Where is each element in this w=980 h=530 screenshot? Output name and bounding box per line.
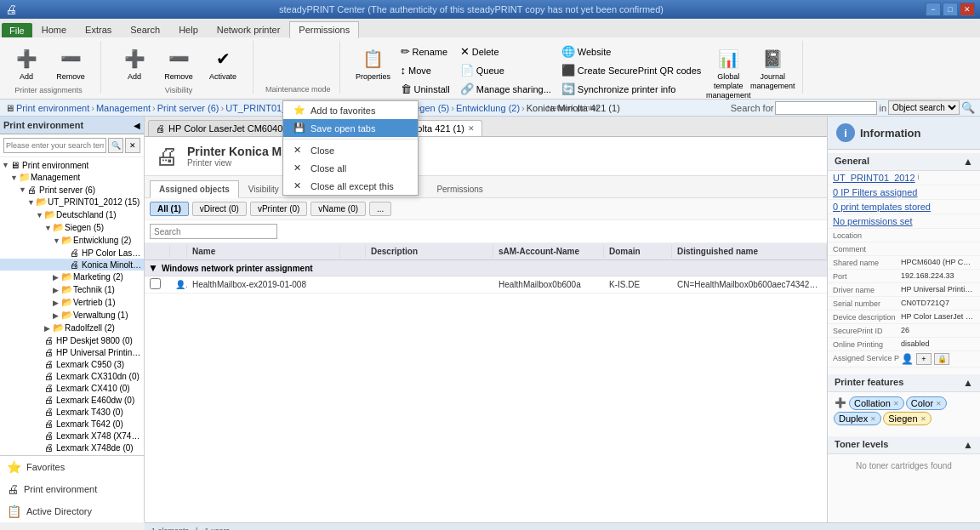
info-collapse-icon[interactable]: ▲ (963, 156, 973, 168)
info-ip-link[interactable]: 0 IP Filters assigned (833, 187, 917, 197)
global-template-button[interactable]: 📊 Global template management (707, 43, 749, 102)
sub-tab-permissions[interactable]: Permissions (427, 180, 492, 197)
sidebar-search-input[interactable] (3, 138, 106, 153)
extras-tab[interactable]: Extras (76, 21, 121, 37)
move-button[interactable]: ↕ Move (396, 61, 454, 79)
features-expand-icon[interactable]: ▲ (963, 377, 973, 389)
remove2-button[interactable]: ➖ Remove (157, 43, 200, 84)
help-tab[interactable]: Help (169, 21, 208, 37)
tag-collation-remove[interactable]: ✕ (893, 400, 899, 407)
tag-color-remove[interactable]: ✕ (936, 400, 942, 407)
permissions-tab[interactable]: Permissions (289, 21, 359, 38)
menu-close-all[interactable]: ✕ Close all (283, 159, 418, 177)
features-add-icon[interactable]: ➕ (835, 397, 846, 409)
filter-more[interactable]: ... (369, 202, 391, 216)
tag-duplex-remove[interactable]: ✕ (870, 415, 876, 423)
tree-item-lexmark-t430[interactable]: ▶ 🖨 Lexmark T430 (0) (0, 406, 144, 418)
menu-add-favorites[interactable]: ⭐ Add to favorites (283, 101, 418, 119)
activate-button[interactable]: ✔ Activate (202, 43, 244, 84)
tree-item-konica[interactable]: ▶ 🖨 Konica Minolta 4 (0, 259, 144, 271)
tree-item-print-environment[interactable]: ▼ 🖥 Print environment (0, 159, 144, 171)
sidebar-search-button[interactable]: 🔍 (108, 138, 123, 153)
filter-all[interactable]: All (1) (150, 202, 189, 216)
sub-tab-visibility[interactable]: Visibility (239, 180, 288, 197)
sidebar-clear-button[interactable]: ✕ (125, 138, 140, 153)
properties-button[interactable]: 📋 Properties (352, 43, 395, 84)
file-tab[interactable]: File (2, 23, 32, 37)
search-button[interactable]: 🔍 (961, 101, 975, 114)
service-lock-button[interactable]: 🔒 (934, 353, 949, 365)
search-tab[interactable]: Search (121, 21, 169, 37)
home-tab[interactable]: Home (32, 21, 76, 37)
manage-sharing-button[interactable]: 🔗 Manage sharing... (456, 80, 556, 98)
col-sam-header[interactable]: sAM-Account-Name (493, 245, 604, 258)
tree-item-hp-universal[interactable]: ▶ 🖨 HP Universal Printing PCL 6 (0, 346, 144, 358)
tree-item-print-server[interactable]: ▼ 🖨 Print server (6) (0, 184, 144, 196)
close-button[interactable]: ✕ (960, 3, 975, 16)
tree-item-technik[interactable]: ▶ 📂 Technik (1) (0, 283, 144, 296)
col-dn-header[interactable]: Distinguished name (672, 245, 827, 258)
sync-printer-button[interactable]: 🔄 Synchronize printer info (557, 80, 706, 98)
tree-item-ut-print01[interactable]: ▼ 📂 UT_PRINT01_2012 (15) (0, 196, 144, 208)
tree-item-marketing[interactable]: ▶ 📂 Marketing (2) (0, 271, 144, 283)
table-search-input[interactable] (150, 224, 277, 239)
breadcrumb-item-2[interactable]: Print server (6) (157, 103, 219, 113)
filter-vname[interactable]: vName (0) (311, 202, 366, 216)
table-row[interactable]: 👤 HealthMailbox-ex2019-01-008 HealthMail… (145, 276, 827, 293)
menu-close[interactable]: ✕ Close (283, 141, 418, 159)
delete-button[interactable]: ✕ Delete (456, 43, 556, 60)
sidebar-nav-print-environment[interactable]: 🖨 Print environment (0, 478, 144, 500)
tree-item-lexmark-x748de-0[interactable]: ▶ 🖨 Lexmark X748de (0) (0, 442, 144, 453)
rename-button[interactable]: ✏ Rename (396, 43, 454, 60)
tree-item-hp-laser[interactable]: ▶ 🖨 HP Color LaserJ... (0, 247, 144, 259)
breadcrumb-item-1[interactable]: Management (96, 103, 151, 113)
breadcrumb-item-6[interactable]: Entwicklung (2) (456, 103, 520, 113)
add-button[interactable]: ➕ Add (5, 43, 48, 84)
queue-button[interactable]: 📄 Queue (456, 61, 556, 79)
website-button[interactable]: 🌐 Website (557, 43, 706, 60)
sidebar-nav-active-directory[interactable]: 📋 Active Directory (0, 500, 144, 522)
filter-vdirect[interactable]: vDirect (0) (192, 202, 247, 216)
sidebar-collapse-btn[interactable]: ◀ (134, 121, 140, 130)
toner-expand-icon[interactable]: ▲ (963, 439, 973, 451)
tree-item-hp-deskjet[interactable]: ▶ 🖨 HP Deskjet 9800 (0) (0, 334, 144, 346)
tree-item-entwicklung[interactable]: ▼ 📂 Entwicklung (2) (0, 234, 144, 247)
service-add-button[interactable]: + (916, 353, 932, 365)
col-name-header[interactable]: Name (187, 245, 340, 258)
info-permissions-link[interactable]: No permissions set (833, 216, 913, 226)
col-domain-header[interactable]: Domain (604, 245, 672, 258)
tree-item-lexmark-x748de-1[interactable]: ▶ 🖨 Lexmark X748 (X748de) (1) (0, 430, 144, 442)
uninstall-button[interactable]: 🗑 Uninstall (396, 80, 454, 98)
remove-button[interactable]: ➖ Remove (49, 43, 92, 84)
tree-item-siegen[interactable]: ▼ 📂 Siegen (5) (0, 221, 144, 234)
tree-item-verwaltung[interactable]: ▶ 📂 Verwaltung (1) (0, 309, 144, 322)
create-qr-button[interactable]: ⬛ Create SecurePrint QR codes (557, 61, 706, 79)
menu-close-except[interactable]: ✕ Close all except this (283, 177, 418, 195)
search-type-select[interactable]: Object search (888, 100, 960, 115)
maximize-button[interactable]: □ (943, 3, 958, 16)
sidebar-nav-favorites[interactable]: ⭐ Favorites (0, 456, 144, 478)
tree-item-lexmark-cx410[interactable]: ▶ 🖨 Lexmark CX410 (0) (0, 382, 144, 394)
tree-item-lexmark-c950[interactable]: ▶ 🖨 Lexmark C950 (3) (0, 358, 144, 370)
tree-item-deutschland[interactable]: ▼ 📂 Deutschland (1) (0, 208, 144, 221)
info-utprint-link[interactable]: UT_PRINT01_2012 (833, 173, 915, 183)
info-templates-link[interactable]: 0 print templates stored (833, 202, 931, 212)
tree-item-vertrieb[interactable]: ▶ 📂 Vertrieb (1) (0, 296, 144, 309)
search-input[interactable] (775, 101, 877, 115)
col-description-header[interactable]: Description (366, 245, 493, 258)
tree-item-management[interactable]: ▼ 📁 Management (0, 171, 144, 184)
network-printer-tab[interactable]: Network printer (208, 21, 290, 37)
tree-item-lexmark-e460[interactable]: ▶ 🖨 Lexmark E460dw (0) (0, 394, 144, 406)
tab-konica-close[interactable]: ✕ (468, 124, 475, 133)
tree-item-radolfzell[interactable]: ▶ 📂 Radolfzell (2) (0, 322, 144, 334)
tag-siegen-remove[interactable]: ✕ (920, 415, 926, 423)
add2-button[interactable]: ➕ Add (113, 43, 156, 84)
row-checkbox[interactable] (150, 278, 161, 289)
menu-save-open-tabs[interactable]: 💾 Save open tabs (283, 119, 418, 137)
sub-tab-assigned[interactable]: Assigned objects (150, 180, 239, 198)
filter-vprinter[interactable]: vPrinter (0) (250, 202, 307, 216)
tree-item-lexmark-cx310[interactable]: ▶ 🖨 Lexmark CX310dn (0) (0, 370, 144, 382)
minimize-button[interactable]: − (926, 3, 941, 16)
journal-button[interactable]: 📓 Journal management (751, 43, 794, 94)
breadcrumb-item-0[interactable]: Print environment (16, 103, 89, 113)
